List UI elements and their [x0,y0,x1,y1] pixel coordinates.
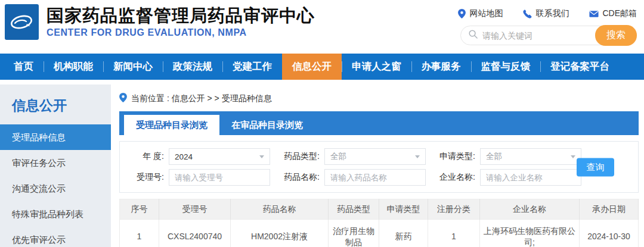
chevron-down-icon [259,155,264,158]
search-icon [469,30,478,41]
results-table: 序号 受理号 药品名称 药品类型 申请类型 注册分类 企业名称 承办日期 1 C… [119,199,639,247]
search-button[interactable]: 搜索 [595,25,637,46]
utility-links: 网站地图 联系我们 CDE邮箱 [458,8,637,19]
cell-apply-type: 新药 [379,220,428,247]
sidebar-item-communication[interactable]: 沟通交流公示 [0,176,111,201]
brand: 国家药品监督管理局药品审评中心 CENTER FOR DRUG EVALUATI… [5,4,315,40]
table-header-row: 序号 受理号 药品名称 药品类型 申请类型 注册分类 企业名称 承办日期 [120,199,639,220]
col-header-company: 企业名称 [480,199,580,220]
site-title: 国家药品监督管理局药品审评中心 [47,5,315,26]
site-header: 国家药品监督管理局药品审评中心 CENTER FOR DRUG EVALUATI… [0,0,644,54]
breadcrumb: 当前位置 : 信息公开 > > 受理品种信息 [119,93,639,104]
content: 当前位置 : 信息公开 > > 受理品种信息 受理品种目录浏览 在审品种目录浏览… [111,85,644,247]
year-select-value: 2024 [175,152,193,161]
drug-type-label: 药品类型: [284,151,324,162]
acceptance-no-input[interactable] [169,169,270,186]
search-input[interactable] [478,31,595,40]
cde-mail-link[interactable]: CDE邮箱 [589,8,637,19]
year-select[interactable]: 2024 [169,148,270,165]
site-subtitle: CENTER FOR DRUG EVALUATION, NMPA [47,27,315,38]
contact-us-label: 联系我们 [535,8,569,19]
nav-item-party-building[interactable]: 党建工作 [222,54,282,80]
query-button[interactable]: 查询 [577,158,614,176]
nav-item-supervision-feedback[interactable]: 监督与反馈 [471,54,541,80]
nav-item-functions[interactable]: 机构职能 [44,54,103,80]
col-header-reg-class: 注册分类 [428,199,480,220]
filter-group-drug-type: 药品类型: 全部 [284,148,431,165]
breadcrumb-text: 当前位置 : 信息公开 > > 受理品种信息 [131,93,272,104]
sidebar-item-accepted-varieties[interactable]: 受理品种信息 [0,124,111,150]
company-name-label: 企业名称: [439,172,480,183]
acceptance-no-label: 受理号: [128,172,169,183]
cell-reg-class: 1 [428,220,480,247]
cde-logo [5,4,39,40]
filter-group-year: 年 度: 2024 [128,148,275,165]
sidebar-item-priority-review[interactable]: 优先审评公示 [0,227,111,247]
sidebar-item-review-tasks[interactable]: 审评任务公示 [0,150,111,176]
year-label: 年 度: [128,151,169,162]
main-area: 信息公开 受理品种信息 审评任务公示 沟通交流公示 特殊审批品种列表 优先审评公… [0,85,644,247]
site-search: 搜索 [460,26,637,45]
filter-group-apply-type: 申请类型: 全部 [439,148,586,165]
nav-item-services[interactable]: 办事服务 [411,54,471,80]
tab-bar: 受理品种目录浏览 在审品种目录浏览 [119,111,639,135]
nav-item-registration-platform[interactable]: 登记备案平台 [540,54,620,80]
col-header-acceptance-no: 受理号 [159,199,231,220]
tab-under-review-catalog[interactable]: 在审品种目录浏览 [219,115,315,135]
cde-mail-label: CDE邮箱 [602,8,637,19]
drug-name-input[interactable] [324,169,426,186]
company-name-input[interactable] [480,169,581,186]
filter-group-drug-name: 药品名称: [284,169,431,186]
brand-text: 国家药品监督管理局药品审评中心 CENTER FOR DRUG EVALUATI… [47,4,315,38]
drug-name-label: 药品名称: [284,172,324,183]
nav-item-policies[interactable]: 政策法规 [163,54,222,80]
drug-type-select[interactable]: 全部 [324,148,426,165]
cell-drug-name: HM2002注射液 [231,220,329,247]
breadcrumb-pin-icon [119,93,127,104]
nav-item-applicant-window[interactable]: 申请人之窗 [342,54,411,80]
cell-date: 2024-10-30 [580,220,639,247]
col-header-seq: 序号 [120,199,159,220]
sidebar-item-special-approval[interactable]: 特殊审批品种列表 [0,201,111,227]
contact-us-link[interactable]: 联系我们 [523,8,569,19]
nav-item-info-disclosure[interactable]: 信息公开 [282,54,342,80]
cde-logo-emblem [9,9,35,35]
apply-type-select[interactable]: 全部 [480,148,581,165]
location-pin-icon [458,9,466,18]
sidebar-title: 信息公开 [0,85,111,124]
col-header-apply-type: 申请类型 [379,199,428,220]
sitemap-link[interactable]: 网站地图 [458,8,503,19]
page: 国家药品监督管理局药品审评中心 CENTER FOR DRUG EVALUATI… [0,0,644,247]
sitemap-label: 网站地图 [469,8,503,19]
apply-type-label: 申请类型: [439,151,480,162]
table-row: 1 CXSL2400740 HM2002注射液 治疗用生物制品 新药 1 上海环… [120,220,639,247]
filter-row-1: 年 度: 2024 药品类型: 全部 申请类 [128,148,630,165]
filter-row-2: 受理号: 药品名称: 企业名称: [128,169,630,186]
drug-type-select-value: 全部 [330,151,346,162]
tab-accepted-catalog[interactable]: 受理品种目录浏览 [124,115,219,135]
cell-seq: 1 [120,220,159,247]
nav-item-news[interactable]: 新闻中心 [103,54,163,80]
cell-drug-type: 治疗用生物制品 [329,220,379,247]
col-header-drug-type: 药品类型 [329,199,379,220]
col-header-drug-name: 药品名称 [231,199,329,220]
cell-acceptance-no: CXSL2400740 [159,220,231,247]
main-nav: 首页 机构职能 新闻中心 政策法规 党建工作 信息公开 申请人之窗 办事服务 监… [0,54,644,80]
cell-company: 上海环码生物医药有限公司; [480,220,580,247]
filter-panel: 年 度: 2024 药品类型: 全部 申请类 [119,141,639,193]
filter-group-acceptance-no: 受理号: [128,169,275,186]
nav-item-home[interactable]: 首页 [4,54,44,80]
chevron-down-icon [415,155,420,158]
sidebar: 信息公开 受理品种信息 审评任务公示 沟通交流公示 特殊审批品种列表 优先审评公… [0,85,111,247]
envelope-icon [589,10,599,18]
col-header-date: 承办日期 [580,199,639,220]
filter-group-company-name: 企业名称: [439,169,586,186]
phone-icon [523,10,532,18]
apply-type-select-value: 全部 [486,151,502,162]
chevron-down-icon [571,155,575,158]
